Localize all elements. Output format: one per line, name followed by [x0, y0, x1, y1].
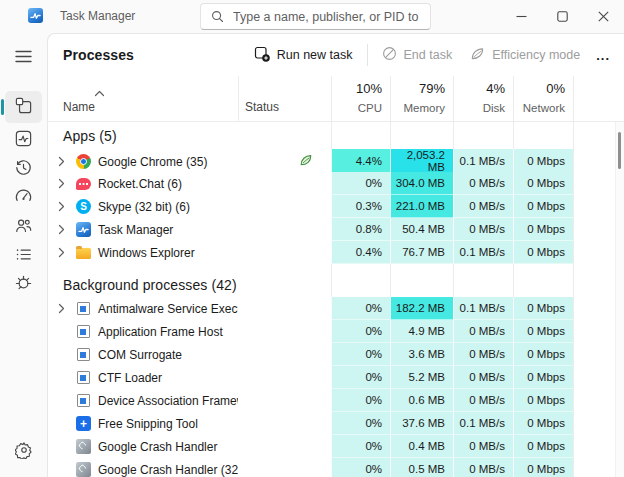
process-name: Google Crash Handler [98, 440, 217, 454]
sort-ascending-icon [94, 83, 105, 101]
process-name: Google Chrome (35) [98, 155, 207, 169]
table-row[interactable]: Google Crash Handler (32 bit) 0% 0.5 MB … [48, 458, 624, 477]
cpu-cell: 0% [331, 435, 390, 458]
memory-cell: 0.5 MB [390, 458, 453, 477]
chevron-right-icon[interactable] [58, 201, 76, 212]
sidebar-item-performance[interactable] [5, 128, 42, 152]
table-row[interactable]: Task Manager 0.8% 50.4 MB 0 MB/s 0 Mbps [48, 218, 624, 241]
column-header-network[interactable]: 0% Network [513, 76, 573, 121]
memory-cell: 76.7 MB [390, 241, 453, 264]
services-icon [14, 274, 33, 297]
disk-cell: 0 MB/s [453, 366, 513, 389]
section-label: Background processes (42) [48, 272, 331, 297]
search-icon [211, 10, 224, 23]
efficiency-mode-button[interactable]: Efficiency mode [470, 46, 580, 64]
cpu-total-percent: 10% [356, 81, 382, 96]
memory-cell: 304.0 MB [390, 172, 453, 195]
disk-cell: 0 MB/s [453, 172, 513, 195]
memory-cell: 221.0 MB [390, 195, 453, 218]
process-name: Free Snipping Tool [98, 417, 198, 431]
network-cell: 0 Mbps [513, 389, 573, 412]
network-cell: 0 Mbps [513, 241, 573, 264]
process-table: Apps (5) Google Chrome (35) 4.4% 2,053.2… [48, 122, 624, 477]
chevron-right-icon[interactable] [58, 178, 76, 189]
column-header-cpu[interactable]: 10% CPU [331, 76, 390, 121]
run-new-task-button[interactable]: Run new task [254, 46, 353, 65]
table-row[interactable]: Windows Explorer 0.4% 76.7 MB 0.1 MB/s 0… [48, 241, 624, 264]
search-box[interactable] [200, 3, 431, 30]
column-header-memory[interactable]: 79% Memory [390, 76, 453, 121]
titlebar: Task Manager [0, 0, 624, 33]
skype-letter: S [80, 201, 87, 212]
network-cell: 0 Mbps [513, 320, 573, 343]
memory-cell: 50.4 MB [390, 218, 453, 241]
memory-cell: 182.2 MB [390, 297, 453, 320]
sidebar-item-services[interactable] [5, 273, 42, 297]
vertical-scrollbar[interactable] [615, 122, 624, 477]
table-row[interactable]: Application Frame Host 0% 4.9 MB 0 MB/s … [48, 320, 624, 343]
disk-cell: 0.1 MB/s [453, 297, 513, 320]
table-row[interactable]: CTF Loader 0% 5.2 MB 0 MB/s 0 Mbps [48, 366, 624, 389]
network-cell: 0 Mbps [513, 218, 573, 241]
cpu-cell: 0.3% [331, 195, 390, 218]
column-header-disk[interactable]: 4% Disk [453, 76, 513, 121]
table-row[interactable]: Rocket.Chat (6) 0% 304.0 MB 0 MB/s 0 Mbp… [48, 172, 624, 195]
disk-cell: 0 MB/s [453, 218, 513, 241]
sidebar-item-users[interactable] [5, 215, 42, 239]
details-icon [14, 245, 33, 268]
task-manager-icon [76, 222, 91, 237]
end-task-button[interactable]: End task [382, 46, 453, 64]
memory-cell: 2,053.2 MB [390, 149, 453, 174]
settings-icon [15, 441, 33, 463]
network-cell: 0 Mbps [513, 412, 573, 435]
process-name: COM Surrogate [98, 348, 182, 362]
sidebar-item-processes[interactable] [5, 91, 42, 123]
column-header-status[interactable]: Status [238, 76, 331, 121]
section-header-apps[interactable]: Apps (5) [48, 122, 624, 149]
sidebar-item-startup-apps[interactable] [5, 186, 42, 210]
menu-icon[interactable] [5, 41, 42, 71]
cpu-cell: 0% [331, 172, 390, 195]
table-row[interactable]: + Free Snipping Tool 0% 37.6 MB 0.1 MB/s… [48, 412, 624, 435]
network-cell: 0 Mbps [513, 458, 573, 477]
minimize-button[interactable] [501, 0, 542, 33]
window-icon [76, 347, 91, 362]
table-row[interactable]: Antimalware Service Executable 0% 182.2 … [48, 297, 624, 320]
sidebar-item-settings[interactable] [5, 437, 42, 467]
disk-cell: 0.1 MB/s [453, 149, 513, 174]
more-options-button[interactable]: ... [596, 48, 610, 63]
end-task-label: End task [404, 48, 453, 62]
section-header-background[interactable]: Background processes (42) [48, 272, 624, 297]
chevron-right-icon[interactable] [58, 224, 76, 235]
chevron-right-icon[interactable] [58, 247, 76, 258]
process-name: Google Crash Handler (32 bit) [98, 463, 238, 477]
scrollbar-thumb[interactable] [618, 132, 621, 169]
run-new-task-icon [254, 46, 270, 65]
run-new-task-label: Run new task [277, 48, 353, 62]
chevron-right-icon[interactable] [58, 156, 76, 167]
task-manager-app-icon [28, 8, 43, 23]
table-row[interactable]: S Skype (32 bit) (6) 0.3% 221.0 MB 0 MB/… [48, 195, 624, 218]
section-gap [48, 264, 624, 272]
process-name: Windows Explorer [98, 246, 195, 260]
sidebar-item-app-history[interactable] [5, 157, 42, 181]
disk-cell: 0 MB/s [453, 195, 513, 218]
sidebar-item-details[interactable] [5, 244, 42, 268]
table-row[interactable]: Google Chrome (35) 4.4% 2,053.2 MB 0.1 M… [48, 149, 624, 172]
network-cell: 0 Mbps [513, 297, 573, 320]
close-button[interactable] [583, 0, 624, 33]
search-input[interactable] [233, 10, 422, 24]
app-history-icon [14, 158, 33, 181]
memory-cell: 0.6 MB [390, 389, 453, 412]
network-cell: 0 Mbps [513, 435, 573, 458]
table-row[interactable]: Google Crash Handler 0% 0.4 MB 0 MB/s 0 … [48, 435, 624, 458]
disk-cell: 0 MB/s [453, 320, 513, 343]
chevron-right-icon[interactable] [58, 303, 76, 314]
process-name: Skype (32 bit) (6) [98, 200, 190, 214]
table-row[interactable]: COM Surrogate 0% 3.6 MB 0 MB/s 0 Mbps [48, 343, 624, 366]
network-cell: 0 Mbps [513, 343, 573, 366]
memory-cell: 4.9 MB [390, 320, 453, 343]
column-header-name[interactable]: Name [48, 76, 238, 121]
table-row[interactable]: Device Association Framewor... 0% 0.6 MB… [48, 389, 624, 412]
maximize-button[interactable] [542, 0, 583, 33]
